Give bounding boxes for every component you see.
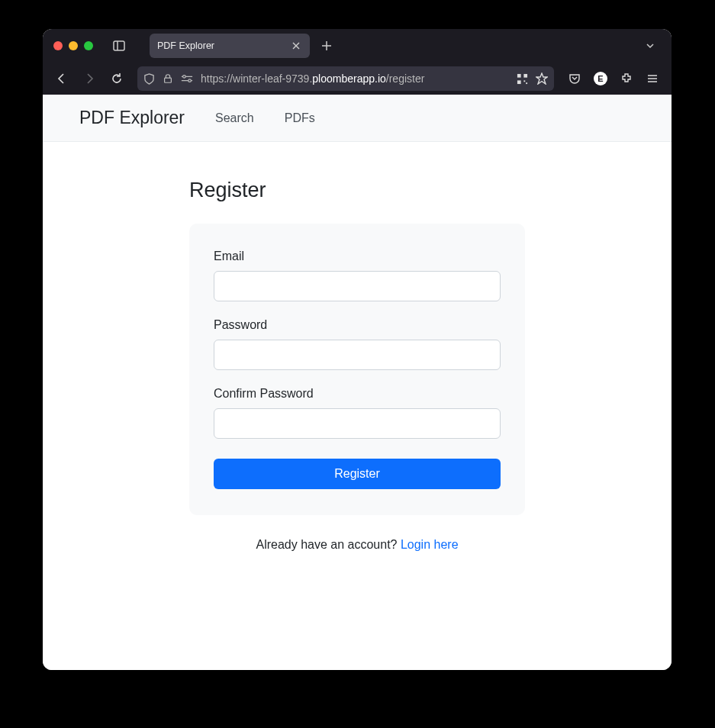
svg-rect-6	[165, 78, 172, 82]
password-label: Password	[214, 318, 501, 332]
forward-button[interactable]	[78, 67, 101, 90]
qr-icon[interactable]	[517, 73, 528, 85]
app-navbar: PDF Explorer Search PDFs	[43, 95, 672, 142]
shield-icon[interactable]	[143, 73, 155, 85]
nav-link-search[interactable]: Search	[215, 111, 254, 125]
pocket-icon[interactable]	[563, 67, 586, 90]
svg-rect-15	[517, 80, 521, 84]
register-button[interactable]: Register	[214, 459, 501, 489]
page-title: Register	[189, 179, 525, 202]
browser-window: PDF Explorer	[43, 29, 672, 670]
svg-rect-17	[526, 82, 527, 84]
browser-chrome: PDF Explorer	[43, 29, 672, 95]
register-form-card: Email Password Confirm Password Register	[189, 224, 525, 515]
svg-rect-0	[114, 41, 124, 50]
confirm-password-field[interactable]	[214, 408, 501, 439]
svg-marker-18	[536, 73, 547, 84]
maximize-window-icon[interactable]	[84, 41, 93, 50]
window-controls	[53, 41, 93, 50]
login-prompt: Already have an account? Login here	[189, 538, 525, 552]
main-content: Register Email Password Confirm Password…	[159, 142, 556, 588]
sidebar-toggle-button[interactable]	[108, 35, 130, 56]
browser-tab[interactable]: PDF Explorer	[150, 34, 310, 58]
svg-rect-13	[517, 73, 521, 77]
reload-button[interactable]	[105, 67, 128, 90]
svg-point-7	[183, 76, 186, 79]
tab-title: PDF Explorer	[157, 40, 214, 51]
back-button[interactable]	[50, 67, 73, 90]
nav-link-pdfs[interactable]: PDFs	[285, 111, 315, 125]
lock-icon[interactable]	[163, 73, 173, 84]
minimize-window-icon[interactable]	[69, 41, 78, 50]
email-label: Email	[214, 250, 501, 263]
account-icon[interactable]: E	[589, 67, 612, 90]
browser-toolbar: https://winter-leaf-9739.ploomberapp.io/…	[43, 63, 672, 95]
login-link[interactable]: Login here	[401, 538, 459, 551]
menu-icon[interactable]	[641, 67, 664, 90]
extensions-icon[interactable]	[615, 67, 638, 90]
url-text: https://winter-leaf-9739.ploomberapp.io/…	[201, 72, 509, 85]
svg-rect-14	[523, 73, 527, 77]
url-bar[interactable]: https://winter-leaf-9739.ploomberapp.io/…	[137, 66, 554, 91]
bookmark-star-icon[interactable]	[536, 72, 548, 85]
page-content: PDF Explorer Search PDFs Register Email …	[43, 95, 672, 670]
brand-title[interactable]: PDF Explorer	[79, 108, 185, 128]
new-tab-button[interactable]	[316, 35, 337, 56]
email-field[interactable]	[214, 271, 501, 301]
close-tab-icon[interactable]	[290, 40, 302, 52]
login-prompt-text: Already have an account?	[256, 538, 400, 551]
permissions-icon[interactable]	[181, 73, 193, 84]
svg-rect-16	[523, 80, 525, 82]
password-field[interactable]	[214, 340, 501, 370]
close-window-icon[interactable]	[53, 41, 63, 50]
tabs-dropdown-button[interactable]	[639, 35, 661, 56]
tab-bar: PDF Explorer	[43, 29, 672, 63]
svg-point-10	[188, 79, 192, 82]
confirm-password-label: Confirm Password	[214, 387, 501, 401]
